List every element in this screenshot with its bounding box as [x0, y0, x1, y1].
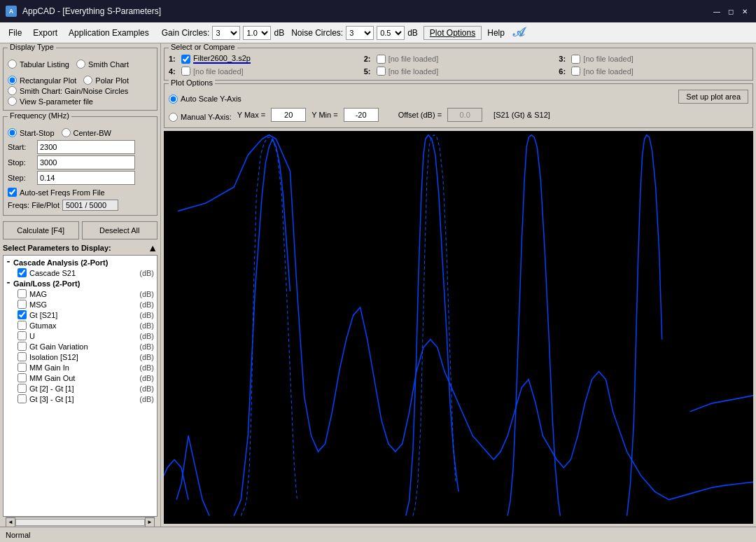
compare-check-4[interactable]: [181, 67, 190, 76]
offset-input[interactable]: [447, 108, 482, 122]
freqs-label: Freqs: File/Plot: [8, 201, 59, 209]
compare-check-5[interactable]: [377, 67, 386, 76]
stop-input[interactable]: [37, 155, 135, 169]
curve-left-edge: [164, 459, 188, 499]
radio-auto-scale[interactable]: [169, 95, 178, 104]
offset-label: Offset (dB) =: [398, 111, 442, 119]
frequency-title: Frequency (MHz): [8, 111, 71, 120]
compare-check-1[interactable]: [181, 55, 190, 64]
frequency-group: Frequency (MHz) Start-Stop Center-BW Sta…: [3, 116, 158, 216]
menu-export[interactable]: Export: [27, 25, 63, 41]
compare-check-6[interactable]: [571, 67, 580, 76]
compare-check-2[interactable]: [377, 55, 386, 64]
help-button[interactable]: Help: [482, 27, 510, 39]
param-gt-gain-var-checkbox[interactable]: [18, 342, 27, 351]
h-scroll-track[interactable]: [15, 519, 145, 526]
param-gt-s21-checkbox[interactable]: [18, 310, 27, 319]
select-compare-title: Select or Compare: [169, 43, 237, 51]
curve-peak3: [507, 135, 560, 516]
compare-item-5: 5: [no file loaded]: [364, 67, 554, 76]
category-gain-loss[interactable]: ⁃ Gain/Loss (2-Port): [4, 278, 157, 289]
radio-polar[interactable]: [83, 76, 92, 85]
param-mm-gain-out[interactable]: MM Gain Out (dB): [4, 373, 157, 383]
radio-center-bw-label: Center-BW: [74, 129, 111, 137]
menu-app-examples[interactable]: Application Examples: [63, 25, 155, 41]
y-min-label: Y Min =: [312, 111, 337, 119]
h-scroll-left[interactable]: ◄: [6, 517, 15, 527]
params-h-scrollbar[interactable]: ◄ ►: [6, 517, 155, 527]
compare-filename-1[interactable]: Filter2600_3.s2p: [193, 54, 251, 64]
compare-item-4: 4: [no file loaded]: [169, 67, 358, 76]
param-mm-gain-in[interactable]: MM Gain In (dB): [4, 362, 157, 373]
gain-circles-controls: Gain Circles: 31245 1.00.52.0 dB: [162, 26, 284, 40]
y-max-input[interactable]: [271, 108, 306, 122]
plot-options-menu-button[interactable]: Plot Options: [424, 26, 482, 40]
curve-left-bump: [176, 436, 209, 515]
param-mm-gain-in-checkbox[interactable]: [18, 363, 27, 372]
radio-smith-gn[interactable]: [8, 86, 17, 95]
param-isolation-s12-checkbox[interactable]: [18, 352, 27, 361]
param-msg-checkbox[interactable]: [18, 300, 27, 309]
param-mm-gain-out-checkbox[interactable]: [18, 373, 27, 382]
param-gtumax-checkbox[interactable]: [18, 321, 27, 330]
param-gt3-gt1[interactable]: Gt [3] - Gt [1] (dB): [4, 394, 157, 404]
radio-start-stop[interactable]: [8, 128, 17, 137]
freqs-value: 5001 / 5000: [62, 200, 118, 211]
radio-tabular[interactable]: [8, 60, 17, 69]
title-bar: A AppCAD - [Everything S-Parameters] — ◻…: [0, 0, 756, 22]
y-min-input[interactable]: [344, 108, 379, 122]
minimize-button[interactable]: —: [711, 6, 722, 17]
param-gt-s21[interactable]: Gt [S21] (dB): [4, 310, 157, 320]
param-cascade-s21-checkbox[interactable]: [18, 268, 27, 277]
setup-plot-button[interactable]: Set up plot area: [678, 90, 748, 104]
radio-rect[interactable]: [8, 76, 17, 85]
manual-y-label: Manual Y-Axis:: [181, 113, 232, 121]
compare-check-3[interactable]: [571, 55, 580, 64]
gain-circles-count[interactable]: 31245: [212, 26, 240, 40]
param-gt3-gt1-checkbox[interactable]: [18, 394, 27, 403]
gain-circles-step[interactable]: 1.00.52.0: [243, 26, 271, 40]
category-cascade[interactable]: ⁃ Cascade Analysis (2-Port): [4, 257, 157, 267]
step-input[interactable]: [37, 171, 135, 185]
maximize-button[interactable]: ◻: [725, 6, 736, 17]
radio-smith[interactable]: [76, 60, 85, 69]
h-scroll-right[interactable]: ►: [145, 517, 155, 527]
plot-area: [164, 131, 753, 524]
radio-manual-y[interactable]: [169, 113, 178, 122]
radio-center-bw[interactable]: [62, 128, 71, 137]
noise-circles-count[interactable]: 31245: [346, 26, 374, 40]
param-isolation-s12[interactable]: Isolation [S12] (dB): [4, 352, 157, 362]
deselect-button[interactable]: Deselect All: [82, 221, 158, 239]
param-mag-checkbox[interactable]: [18, 289, 27, 298]
select-compare-section: Select or Compare 1: Filter2600_3.s2p 2:…: [164, 48, 753, 81]
param-u-checkbox[interactable]: [18, 331, 27, 340]
noise-circles-step[interactable]: 0.51.02.0: [377, 26, 405, 40]
menu-file[interactable]: File: [3, 25, 27, 41]
compare-item-1: 1: Filter2600_3.s2p: [169, 54, 358, 64]
params-list-container: ⁃ Cascade Analysis (2-Port) Cascade S21 …: [3, 255, 158, 517]
param-gt2-gt1-checkbox[interactable]: [18, 384, 27, 393]
compare-nofile-2: [no file loaded]: [388, 55, 439, 63]
param-cascade-s21[interactable]: Cascade S21 (dB): [4, 267, 157, 278]
plot-options-section-title: Plot Options: [169, 78, 215, 87]
param-gt-gain-var[interactable]: Gt Gain Variation (dB): [4, 341, 157, 352]
radio-smith-label: Smith Chart: [88, 60, 129, 69]
calculate-button[interactable]: Calculate [F4]: [3, 221, 79, 239]
close-button[interactable]: ✕: [739, 6, 750, 17]
param-gtumax[interactable]: Gtumax (dB): [4, 320, 157, 331]
left-panel: Display Type Tabular Listing Smith Chart…: [0, 43, 161, 527]
param-u[interactable]: U (dB): [4, 331, 157, 341]
sparams-label: [S21 (Gt) & S12]: [493, 111, 550, 119]
curve-main: [178, 135, 753, 500]
param-msg[interactable]: MSG (dB): [4, 299, 157, 310]
params-collapse-icon[interactable]: ▲: [148, 242, 158, 253]
start-label: Start:: [8, 143, 37, 151]
autoset-checkbox[interactable]: [8, 188, 17, 197]
noise-circles-controls: Noise Circles: 31245 0.51.02.0 dB: [291, 26, 418, 40]
start-input[interactable]: [37, 140, 135, 154]
status-bar: Normal: [0, 527, 756, 542]
param-mag[interactable]: MAG (dB): [4, 289, 157, 299]
radio-view-sp[interactable]: [8, 97, 17, 106]
param-gt2-gt1[interactable]: Gt [2] - Gt [1] (dB): [4, 383, 157, 394]
compare-grid: 1: Filter2600_3.s2p 2: [no file loaded] …: [169, 54, 748, 76]
